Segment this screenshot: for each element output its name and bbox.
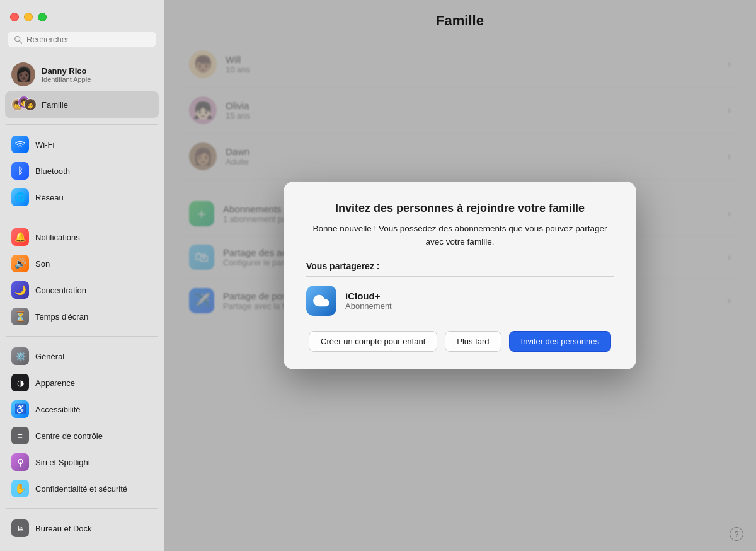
service-name: iCloud+	[345, 291, 392, 301]
profile-name: Danny Rico	[42, 66, 91, 76]
bureau-label: Bureau et Dock	[35, 524, 92, 533]
sidebar-item-concentration[interactable]: 🌙 Concentration	[5, 277, 159, 303]
temps-label: Temps d'écran	[35, 312, 88, 322]
concentration-icon: 🌙	[11, 281, 29, 299]
notifications-label: Notifications	[35, 233, 80, 242]
general-icon: ⚙️	[11, 347, 29, 365]
later-button[interactable]: Plus tard	[445, 331, 501, 352]
profile-item[interactable]: 👩🏿 Danny Rico Identifiant Apple	[5, 57, 159, 91]
modal-buttons: Créer un compte pour enfant Plus tard In…	[306, 331, 614, 352]
svg-point-2	[20, 148, 20, 148]
avatar-emoji: 👩🏿	[15, 67, 32, 81]
invite-button[interactable]: Inviter des personnes	[509, 331, 611, 352]
search-input[interactable]	[26, 35, 150, 44]
sidebar-item-famille[interactable]: 👦 👧 👩 Famille	[5, 91, 159, 118]
temps-icon: ⏳	[11, 308, 29, 325]
profile-sub: Identifiant Apple	[42, 76, 91, 83]
svg-line-1	[20, 40, 22, 43]
divider-2	[6, 217, 158, 218]
minimize-button[interactable]	[24, 13, 33, 21]
modal-section-label: Vous partagerez :	[306, 261, 614, 271]
reseau-icon: 🌐	[11, 188, 29, 206]
sidebar-item-general[interactable]: ⚙️ Général	[5, 343, 159, 369]
sidebar-item-notifications[interactable]: 🔔 Notifications	[5, 224, 159, 250]
divider-1	[6, 124, 158, 125]
famille-label: Famille	[42, 100, 68, 110]
network-section: Wi-Fi ᛒ Bluetooth 🌐 Réseau	[0, 129, 164, 213]
close-button[interactable]	[10, 13, 19, 21]
profile-section: 👩🏿 Danny Rico Identifiant Apple 👦 👧 👩 Fa…	[0, 55, 164, 120]
reseau-label: Réseau	[35, 193, 64, 202]
general-label: Général	[35, 352, 64, 361]
modal-service-row: iCloud+ Abonnement	[306, 286, 614, 316]
concentration-label: Concentration	[35, 286, 86, 295]
sidebar-item-accessibilite[interactable]: ♿ Accessibilité	[5, 396, 159, 422]
system-section: 🔔 Notifications 🔊 Son 🌙 Concentration ⏳ …	[0, 221, 164, 332]
siri-label: Siri et Spotlight	[35, 458, 90, 467]
main-content: Famille 👦🏽 Will 10 ans › 👧🏻 Olivia 15 an…	[164, 0, 756, 551]
wifi-icon	[11, 136, 29, 153]
confi-label: Confidentialité et sécurité	[35, 484, 127, 494]
famille-avatars: 👦 👧 👩	[11, 96, 35, 113]
prefs-section: ⚙️ Général ◑ Apparence ♿ Accessibilité ≡…	[0, 340, 164, 504]
divider-3	[6, 336, 158, 337]
service-info: iCloud+ Abonnement	[345, 291, 392, 311]
apparence-icon: ◑	[11, 374, 29, 392]
centre-label: Centre de contrôle	[35, 431, 103, 441]
create-account-button[interactable]: Créer un compte pour enfant	[309, 331, 437, 352]
modal-title: Invitez des personnes à rejoindre votre …	[306, 202, 614, 215]
access-label: Accessibilité	[35, 405, 81, 414]
sidebar-item-wifi[interactable]: Wi-Fi	[5, 131, 159, 158]
son-icon: 🔊	[11, 255, 29, 272]
sidebar-item-reseau[interactable]: 🌐 Réseau	[5, 184, 159, 211]
maximize-button[interactable]	[38, 13, 47, 21]
bluetooth-label: Bluetooth	[35, 166, 70, 176]
access-icon: ♿	[11, 400, 29, 418]
profile-text: Danny Rico Identifiant Apple	[42, 66, 91, 83]
icloud-icon	[306, 286, 336, 316]
notifications-icon: 🔔	[11, 228, 29, 246]
sidebar-item-confidentialite[interactable]: ✋ Confidentialité et sécurité	[5, 475, 159, 502]
sidebar-item-bluetooth[interactable]: ᛒ Bluetooth	[5, 158, 159, 184]
search-bar[interactable]	[8, 32, 156, 47]
sidebar-item-temps[interactable]: ⏳ Temps d'écran	[5, 303, 159, 330]
confi-icon: ✋	[11, 480, 29, 497]
dock-section: 🖥 Bureau et Dock	[0, 513, 164, 544]
divider-4	[6, 508, 158, 509]
avatar: 👩🏿	[11, 62, 35, 86]
sidebar-scroll: 👩🏿 Danny Rico Identifiant Apple 👦 👧 👩 Fa…	[0, 55, 164, 551]
sidebar-item-centre[interactable]: ≡ Centre de contrôle	[5, 422, 159, 449]
sidebar-item-apparence[interactable]: ◑ Apparence	[5, 369, 159, 396]
sidebar-item-bureau[interactable]: 🖥 Bureau et Dock	[5, 515, 159, 542]
modal-description: Bonne nouvelle ! Vous possédez des abonn…	[306, 223, 614, 248]
siri-icon: 🎙	[11, 453, 29, 471]
mini-avatar-3: 👩	[24, 98, 37, 111]
apparence-label: Apparence	[35, 378, 75, 388]
search-icon	[14, 35, 23, 44]
sidebar-item-son[interactable]: 🔊 Son	[5, 250, 159, 277]
sidebar-item-siri[interactable]: 🎙 Siri et Spotlight	[5, 449, 159, 475]
modal-overlay: Invitez des personnes à rejoindre votre …	[164, 0, 756, 551]
wifi-label: Wi-Fi	[35, 140, 54, 149]
modal-divider	[306, 276, 614, 277]
bureau-icon: 🖥	[11, 519, 29, 537]
window-controls	[0, 6, 164, 32]
sidebar: 👩🏿 Danny Rico Identifiant Apple 👦 👧 👩 Fa…	[0, 0, 164, 551]
bluetooth-icon: ᛒ	[11, 162, 29, 180]
son-label: Son	[35, 259, 50, 269]
centre-icon: ≡	[11, 427, 29, 444]
modal-dialog: Invitez des personnes à rejoindre votre …	[284, 182, 636, 369]
service-sub: Abonnement	[345, 301, 392, 311]
